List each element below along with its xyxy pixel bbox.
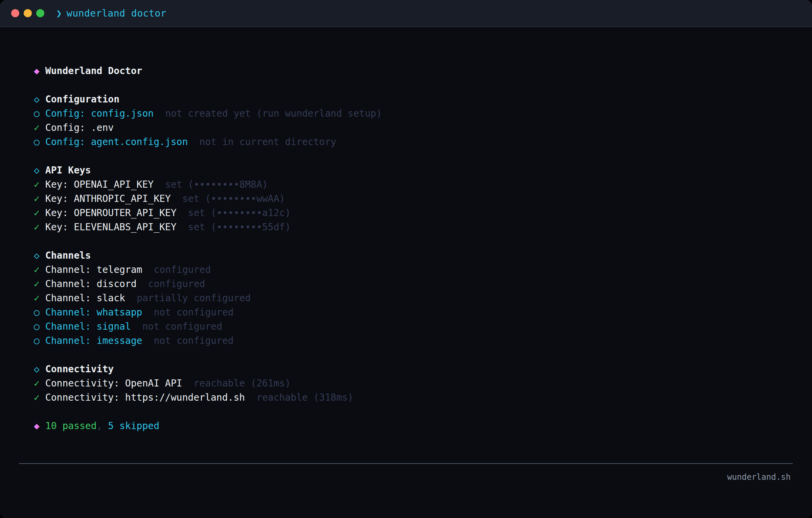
blank-line xyxy=(34,405,812,419)
check-pass-line: ✓Connectivity: https://wunderland.shreac… xyxy=(34,391,812,405)
status-pass-icon: ✓ xyxy=(34,378,40,389)
window-title: wunderland doctor xyxy=(67,8,166,19)
status-pass-icon: ✓ xyxy=(34,207,40,218)
summary-passed: 10 passed xyxy=(45,420,97,431)
check-note: not configured xyxy=(154,335,233,346)
section-heading-line: ◇Configuration xyxy=(34,92,812,107)
check-label: Connectivity: OpenAI API xyxy=(45,378,182,389)
check-pass-line: ✓Key: ELEVENLABS_API_KEYset (••••••••55d… xyxy=(34,220,812,234)
section-heading-line: ◇Connectivity xyxy=(34,362,812,376)
zoom-button[interactable] xyxy=(36,9,44,17)
check-label: Key: OPENROUTER_API_KEY xyxy=(45,207,177,218)
status-pass-icon: ✓ xyxy=(34,264,40,275)
report-title: Wunderland Doctor xyxy=(45,65,142,76)
summary-skipped: 5 skipped xyxy=(108,420,159,431)
check-skip-line: ○Config: agent.config.jsonnot in current… xyxy=(34,135,812,149)
title-diamond-icon: ◆ xyxy=(34,65,40,76)
check-note: reachable (318ms) xyxy=(256,392,354,403)
blank-line xyxy=(34,348,812,362)
status-pass-icon: ✓ xyxy=(34,392,40,403)
check-skip-line: ○Channel: whatsappnot configured xyxy=(34,305,812,320)
summary-separator: , xyxy=(97,420,108,431)
check-note: not configured xyxy=(154,307,233,318)
status-pass-icon: ✓ xyxy=(34,278,40,289)
status-skip-icon: ○ xyxy=(34,307,40,318)
status-skip-icon: ○ xyxy=(34,108,40,119)
check-skip-line: ○Channel: signalnot configured xyxy=(34,320,812,334)
check-pass-line: ✓Config: .env xyxy=(34,121,812,135)
section-heading: Connectivity xyxy=(45,363,114,375)
section-heading: API Keys xyxy=(45,165,91,176)
check-note: not created yet (run wunderland setup) xyxy=(165,108,382,119)
check-label: Channel: imessage xyxy=(45,335,142,346)
section-heading-line: ◇API Keys xyxy=(34,163,812,178)
status-pass-icon: ✓ xyxy=(34,122,40,133)
check-note: partially configured xyxy=(137,292,251,304)
check-pass-line: ✓Key: OPENAI_API_KEYset (••••••••8M8A) xyxy=(34,178,812,192)
section-heading: Channels xyxy=(45,250,91,261)
check-pass-line: ✓Key: OPENROUTER_API_KEYset (••••••••a12… xyxy=(34,206,812,220)
check-note: not configured xyxy=(142,321,222,332)
check-skip-line: ○Config: config.jsonnot created yet (run… xyxy=(34,107,812,121)
check-label: Channel: slack xyxy=(45,292,125,304)
doctor-report: ◆Wunderland Doctor◇Configuration○Config:… xyxy=(0,27,812,433)
blank-line xyxy=(34,149,812,163)
minimize-button[interactable] xyxy=(24,9,32,17)
check-label: Channel: discord xyxy=(45,278,137,289)
status-pass-icon: ✓ xyxy=(34,221,40,233)
check-pass-line: ✓Channel: telegramconfigured xyxy=(34,263,812,277)
prompt-chevron-icon: ❯ xyxy=(56,8,62,19)
status-skip-icon: ○ xyxy=(34,335,40,346)
summary-line: ◆10 passed, 5 skipped xyxy=(34,419,812,433)
check-skip-line: ○Channel: imessagenot configured xyxy=(34,334,812,348)
check-label: Config: config.json xyxy=(45,108,154,119)
check-label: Key: OPENAI_API_KEY xyxy=(45,179,154,190)
check-pass-line: ✓Channel: slackpartially configured xyxy=(34,291,812,305)
check-pass-line: ✓Channel: discordconfigured xyxy=(34,277,812,291)
check-note: not in current directory xyxy=(199,136,336,147)
check-note: set (••••••••a12c) xyxy=(188,207,291,218)
close-button[interactable] xyxy=(11,9,19,17)
check-note: reachable (261ms) xyxy=(194,378,291,389)
check-label: Channel: signal xyxy=(45,321,131,332)
check-label: Key: ANTHROPIC_API_KEY xyxy=(45,193,171,204)
footer-divider xyxy=(19,463,793,464)
check-pass-line: ✓Key: ANTHROPIC_API_KEYset (••••••••wwAA… xyxy=(34,192,812,206)
check-note: set (••••••••55df) xyxy=(188,221,291,233)
check-note: configured xyxy=(148,278,205,289)
status-skip-icon: ○ xyxy=(34,136,40,147)
blank-line xyxy=(34,234,812,249)
section-diamond-icon: ◇ xyxy=(34,94,40,105)
status-pass-icon: ✓ xyxy=(34,193,40,204)
check-label: Key: ELEVENLABS_API_KEY xyxy=(45,221,177,233)
section-heading: Configuration xyxy=(45,94,119,105)
section-diamond-icon: ◇ xyxy=(34,363,40,375)
blank-line xyxy=(34,78,812,92)
check-label: Connectivity: https://wunderland.sh xyxy=(45,392,245,403)
section-diamond-icon: ◇ xyxy=(34,165,40,176)
section-diamond-icon: ◇ xyxy=(34,250,40,261)
terminal-window: ❯ wunderland doctor ◆Wunderland Doctor◇C… xyxy=(0,0,812,518)
status-pass-icon: ✓ xyxy=(34,179,40,190)
check-note: set (••••••••8M8A) xyxy=(165,179,268,190)
status-pass-icon: ✓ xyxy=(34,292,40,304)
check-label: Channel: telegram xyxy=(45,264,142,275)
check-pass-line: ✓Connectivity: OpenAI APIreachable (261m… xyxy=(34,376,812,391)
footer-brand: wunderland.sh xyxy=(727,472,791,482)
check-note: set (••••••••wwAA) xyxy=(182,193,285,204)
section-heading-line: ◇Channels xyxy=(34,249,812,263)
report-title-line: ◆Wunderland Doctor xyxy=(34,64,812,78)
check-label: Channel: whatsapp xyxy=(45,307,142,318)
titlebar: ❯ wunderland doctor xyxy=(0,0,812,27)
check-note: configured xyxy=(154,264,211,275)
check-label: Config: .env xyxy=(45,122,114,133)
status-skip-icon: ○ xyxy=(34,321,40,332)
summary-diamond-icon: ◆ xyxy=(34,420,40,431)
check-label: Config: agent.config.json xyxy=(45,136,188,147)
